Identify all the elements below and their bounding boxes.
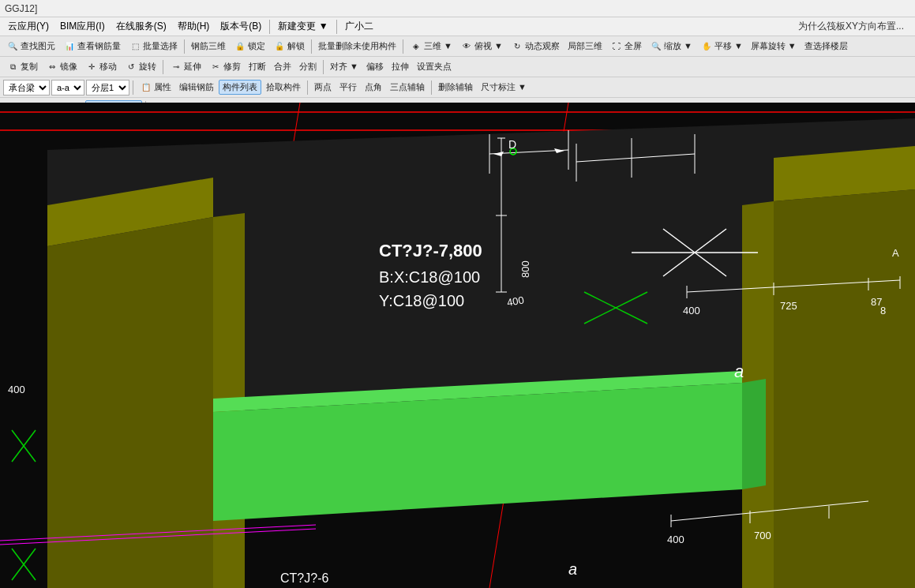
sep10 bbox=[431, 81, 432, 95]
svg-text:B:X:C18@100: B:X:C18@100 bbox=[379, 268, 480, 286]
batch-select-icon: ⬚ bbox=[129, 40, 141, 53]
btn-3pointaux[interactable]: 三点辅轴 bbox=[387, 81, 428, 94]
svg-text:700: 700 bbox=[754, 530, 771, 541]
window-title: GGJ12] bbox=[5, 3, 37, 14]
btn-dimmark[interactable]: 尺寸标注 ▼ bbox=[478, 81, 530, 94]
svg-text:A: A bbox=[892, 247, 899, 259]
menu-newchange[interactable]: 新建变更 ▼ bbox=[273, 18, 332, 35]
viewport-3d[interactable]: CT?J?-7,800 B:X:C18@100 Y:C18@100 a a 40… bbox=[0, 103, 915, 588]
trim-icon: ✂ bbox=[209, 61, 222, 73]
menu-user[interactable]: 广小二 bbox=[340, 18, 378, 35]
btn-rotate[interactable]: ↺ 旋转 bbox=[122, 60, 159, 74]
btn-fullscreen[interactable]: ⛶ 全屏 bbox=[607, 39, 645, 54]
rotate-icon: ↺ bbox=[125, 61, 137, 73]
fullscreen-icon: ⛶ bbox=[610, 40, 623, 53]
btn-twopoints[interactable]: 两点 bbox=[311, 81, 335, 94]
btn-properties[interactable]: 📋 属性 bbox=[137, 81, 174, 95]
btn-trim[interactable]: ✂ 修剪 bbox=[206, 60, 244, 74]
btn-memberlist[interactable]: 构件列表 bbox=[219, 80, 261, 95]
menu-bar: 云应用(Y) BIM应用(I) 在线服务(S) 帮助(H) 版本号(B) 新建变… bbox=[0, 17, 915, 36]
svg-text:400: 400 bbox=[8, 384, 25, 395]
svg-text:400: 400 bbox=[667, 534, 684, 545]
dynamic-icon: ↻ bbox=[511, 40, 523, 53]
svg-text:725: 725 bbox=[780, 300, 797, 312]
btn-lock[interactable]: 🔒 锁定 bbox=[231, 39, 268, 54]
svg-text:8: 8 bbox=[880, 305, 886, 316]
mirror-icon: ⇔ bbox=[46, 61, 58, 73]
toolbar-main: 🔍 查找图元 📊 查看钢筋量 ⬚ 批量选择 钢筋三维 🔒 锁定 🔓 解锁 批量删… bbox=[0, 36, 915, 57]
btn-unlock[interactable]: 🔓 解锁 bbox=[270, 39, 308, 54]
view-icon: 👁 bbox=[460, 40, 473, 53]
svg-text:D: D bbox=[508, 138, 516, 151]
sep5 bbox=[403, 39, 403, 54]
toolbar-props: 承台梁 a-a 分层1 📋 属性 编辑钢筋 构件列表 拾取构件 两点 平行 点角… bbox=[0, 77, 915, 98]
rebar-view-icon: 📊 bbox=[63, 40, 76, 53]
extend-icon: ⊸ bbox=[170, 61, 182, 73]
svg-text:400: 400 bbox=[683, 305, 700, 316]
btn-batchdelete[interactable]: 批量删除未使用构件 bbox=[315, 39, 399, 53]
menu-online[interactable]: 在线服务(S) bbox=[111, 18, 171, 35]
btn-delaux[interactable]: 删除辅轴 bbox=[435, 81, 476, 94]
sep4 bbox=[311, 39, 312, 54]
btn-view[interactable]: 👁 俯视 ▼ bbox=[457, 39, 506, 54]
btn-setpoint[interactable]: 设置夹点 bbox=[414, 60, 455, 73]
title-bar: GGJ12] bbox=[0, 0, 915, 17]
sep2 bbox=[336, 20, 337, 34]
btn-copy[interactable]: ⧉ 复制 bbox=[3, 60, 41, 74]
btn-editrebar[interactable]: 编辑钢筋 bbox=[176, 81, 217, 94]
btn-stretch[interactable]: 拉伸 bbox=[388, 60, 412, 73]
sep3 bbox=[184, 39, 185, 54]
btn-offset[interactable]: 偏移 bbox=[363, 60, 387, 73]
svg-text:a: a bbox=[568, 560, 577, 578]
select-layer[interactable]: 分层1 bbox=[86, 80, 129, 96]
btn-mirror[interactable]: ⇔ 镜像 bbox=[43, 60, 81, 74]
btn-align[interactable]: 对齐 ▼ bbox=[327, 60, 362, 73]
menu-cloud[interactable]: 云应用(Y) bbox=[3, 18, 54, 35]
btn-selectlayer[interactable]: 查选择楼层 bbox=[801, 39, 851, 53]
zoom-icon: 🔍 bbox=[650, 40, 662, 53]
btn-parallel[interactable]: 平行 bbox=[336, 81, 360, 94]
svg-text:800: 800 bbox=[519, 260, 531, 278]
scene-svg: CT?J?-7,800 B:X:C18@100 Y:C18@100 a a 40… bbox=[0, 103, 915, 588]
select-element-type[interactable]: 承台梁 bbox=[3, 80, 50, 96]
btn-divide[interactable]: 分割 bbox=[296, 60, 320, 73]
btn-dynamicobs[interactable]: ↻ 动态观察 bbox=[508, 39, 563, 54]
sep1 bbox=[269, 20, 270, 34]
toolbar-edit: ⧉ 复制 ⇔ 镜像 ✛ 移动 ↺ 旋转 ⊸ 延伸 ✂ 修剪 打断 合并 分割 对… bbox=[0, 57, 915, 77]
move-icon: ✛ bbox=[85, 61, 98, 73]
svg-text:Y:C18@100: Y:C18@100 bbox=[379, 292, 464, 309]
lock-icon: 🔒 bbox=[234, 40, 246, 53]
btn-screenrot[interactable]: 屏幕旋转 ▼ bbox=[748, 39, 800, 53]
btn-angle[interactable]: 点角 bbox=[362, 81, 385, 94]
btn-cut[interactable]: 打断 bbox=[246, 60, 269, 73]
copy-icon: ⧉ bbox=[6, 61, 19, 73]
top-right-hint: 为什么筏板XY方向布置... bbox=[798, 20, 912, 33]
properties-icon: 📋 bbox=[140, 81, 152, 94]
sep6 bbox=[163, 60, 163, 74]
svg-marker-15 bbox=[742, 379, 766, 489]
btn-findelement[interactable]: 🔍 查找图元 bbox=[3, 39, 58, 54]
btn-pickelem[interactable]: 拾取构件 bbox=[263, 81, 304, 94]
btn-extend[interactable]: ⊸ 延伸 bbox=[167, 60, 204, 74]
3d-icon: ◈ bbox=[410, 40, 422, 53]
menu-bim[interactable]: BIM应用(I) bbox=[55, 18, 110, 35]
btn-merge[interactable]: 合并 bbox=[271, 60, 294, 73]
sep7 bbox=[323, 60, 324, 74]
btn-viewrebar[interactable]: 📊 查看钢筋量 bbox=[60, 39, 124, 54]
sep8 bbox=[133, 81, 133, 95]
svg-marker-8 bbox=[47, 217, 213, 588]
menu-help[interactable]: 帮助(H) bbox=[173, 18, 215, 35]
btn-pan[interactable]: ✋ 平移 ▼ bbox=[697, 39, 746, 54]
btn-rebar3d[interactable]: 钢筋三维 bbox=[188, 39, 229, 53]
select-section[interactable]: a-a bbox=[51, 80, 84, 96]
btn-batchselect[interactable]: ⬚ 批量选择 bbox=[126, 39, 181, 54]
btn-move[interactable]: ✛ 移动 bbox=[82, 60, 120, 74]
btn-zoom[interactable]: 🔍 缩放 ▼ bbox=[647, 39, 696, 54]
menu-version[interactable]: 版本号(B) bbox=[216, 18, 266, 35]
svg-text:a: a bbox=[734, 361, 744, 381]
pan-icon: ✋ bbox=[700, 40, 713, 53]
svg-text:CT?J?-6: CT?J?-6 bbox=[280, 571, 328, 585]
btn-local3d[interactable]: 局部三维 bbox=[564, 39, 606, 53]
unlock-icon: 🔓 bbox=[273, 40, 286, 53]
btn-3d[interactable]: ◈ 三维 ▼ bbox=[407, 39, 456, 54]
